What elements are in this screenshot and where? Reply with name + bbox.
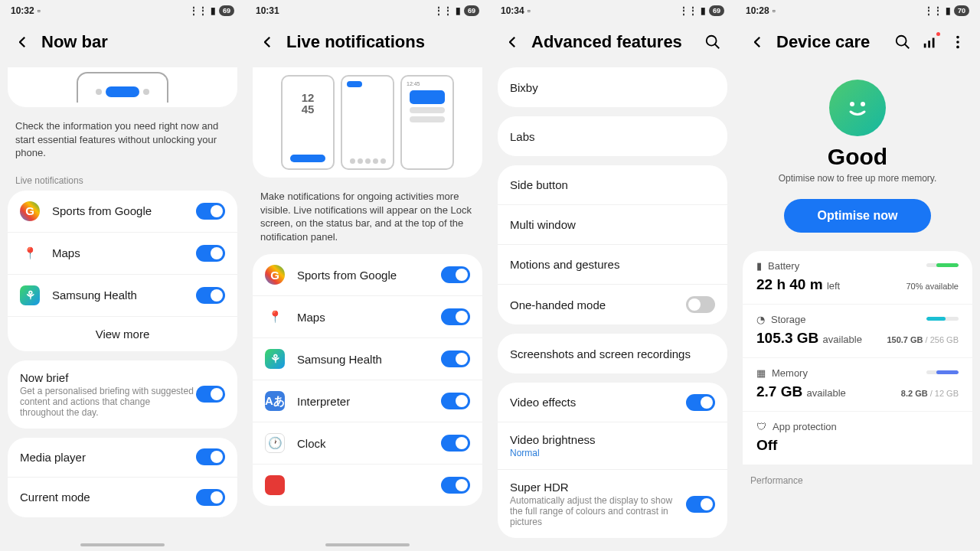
page-title: Now bar (41, 32, 231, 52)
svg-point-1 (897, 36, 906, 46)
list-item[interactable]: GSports from Google (8, 191, 237, 233)
stats-icon[interactable] (922, 34, 939, 51)
svg-rect-2 (924, 44, 926, 48)
list-item[interactable]: GSports from Google (253, 254, 482, 296)
list-item[interactable]: Side button (498, 165, 727, 205)
header: Now bar (0, 21, 245, 67)
interactions-card: Side button Multi window Motions and ges… (498, 165, 727, 324)
battery-pill: 69 (709, 5, 724, 16)
svg-rect-4 (933, 38, 935, 48)
storage-stat[interactable]: ◔Storage 105.3 GB available150.7 GB / 25… (743, 305, 972, 358)
signal-icon: ▮ (701, 5, 706, 16)
wifi-icon: ⋮⋮ (924, 5, 942, 16)
battery-stat[interactable]: ▮Battery 22 h 40 m left70% available (743, 251, 972, 305)
list-item[interactable] (253, 465, 482, 506)
list-item[interactable]: Current mode (8, 478, 237, 517)
description-text: Make notifications for ongoing activitie… (245, 184, 490, 254)
clock-icon: 🕐 (265, 433, 285, 453)
list-item[interactable]: AあInterpreter (253, 380, 482, 422)
view-more-button[interactable]: View more (8, 317, 237, 351)
stats-card: ▮Battery 22 h 40 m left70% available ◔St… (743, 251, 972, 465)
toggle-switch[interactable] (441, 266, 470, 283)
toggle-switch[interactable] (441, 393, 470, 409)
memory-icon: ▦ (756, 367, 766, 379)
phone-device-care: 10:28 ▫ ⋮⋮▮70 Device care Good Optimise … (735, 0, 980, 551)
device-status: Good Optimise now to free up more memory… (735, 67, 980, 251)
list-item[interactable]: ⚘Samsung Health (8, 275, 237, 317)
list-item[interactable]: Video brightnessNormal (498, 422, 727, 470)
page-title: Live notifications (286, 32, 476, 52)
status-time: 10:28 (746, 5, 769, 16)
list-item[interactable]: Video effects (498, 383, 727, 422)
list-item[interactable]: Multi window (498, 205, 727, 245)
status-time: 10:34 (501, 5, 524, 16)
svg-point-6 (956, 41, 959, 44)
section-header: Live notifications (0, 171, 245, 191)
notification-icon: ▫ (38, 5, 41, 16)
storage-icon: ◔ (756, 314, 765, 325)
toggle-switch[interactable] (196, 287, 225, 304)
list-item[interactable]: 📍Maps (253, 296, 482, 338)
back-button[interactable] (504, 34, 521, 51)
toggle-switch[interactable] (686, 496, 715, 513)
optimise-button[interactable]: Optimise now (784, 199, 932, 233)
back-button[interactable] (14, 34, 31, 51)
notifications-list-card: GSports from Google 📍Maps ⚘Samsung Healt… (253, 254, 482, 506)
list-item[interactable]: One-handed mode (498, 285, 727, 324)
list-item[interactable]: 📍Maps (8, 233, 237, 275)
list-item[interactable]: Super HDRAutomatically adjust the displa… (498, 470, 727, 538)
toggle-switch[interactable] (196, 448, 225, 465)
list-item[interactable]: Labs (498, 116, 727, 156)
video-card: Video effects Video brightnessNormal Sup… (498, 383, 727, 538)
page-title: Device care (776, 32, 884, 52)
toggle-switch[interactable] (196, 386, 225, 403)
toggle-switch[interactable] (686, 394, 715, 411)
screenshots-card: Screenshots and screen recordings (498, 334, 727, 373)
status-time: 10:32 (11, 5, 34, 16)
list-item[interactable]: 🕐Clock (253, 422, 482, 465)
list-item[interactable]: Bixby (498, 67, 727, 107)
battery-pill: 69 (219, 5, 234, 16)
google-icon: G (265, 265, 285, 285)
search-icon[interactable] (894, 34, 911, 51)
maps-icon: 📍 (265, 307, 285, 327)
toggle-switch[interactable] (441, 350, 470, 367)
wifi-icon: ⋮⋮ (679, 5, 697, 16)
phone-now-bar: 10:32 ▫ ⋮⋮▮69 Now bar Check the informat… (0, 0, 245, 551)
search-icon[interactable] (704, 34, 721, 51)
status-time: 10:31 (256, 5, 279, 16)
header: Live notifications (245, 21, 490, 67)
svg-point-7 (956, 46, 959, 49)
now-brief-item[interactable]: Now briefGet a personalised briefing wit… (8, 360, 237, 429)
status-bar: 10:32 ▫ ⋮⋮▮69 (0, 0, 245, 21)
toggle-switch[interactable] (441, 308, 470, 325)
toggle-switch[interactable] (196, 245, 225, 262)
back-button[interactable] (259, 34, 276, 51)
toggle-switch[interactable] (441, 477, 470, 494)
app-protection-stat[interactable]: 🛡App protection Off (743, 412, 972, 465)
list-item[interactable]: ⚘Samsung Health (253, 338, 482, 380)
status-bar: 10:34 ▫ ⋮⋮▮69 (490, 0, 735, 21)
signal-icon: ▮ (946, 5, 951, 16)
list-item[interactable]: Media player (8, 438, 237, 478)
svg-point-5 (956, 36, 959, 39)
labs-card: Labs (498, 116, 727, 156)
description-text: Check the information you need right now… (0, 113, 245, 171)
health-icon: ⚘ (265, 349, 285, 369)
svg-point-9 (861, 102, 865, 106)
list-item[interactable]: Motions and gestures (498, 245, 727, 285)
toggle-switch[interactable] (441, 435, 470, 452)
more-icon[interactable] (949, 34, 966, 51)
back-button[interactable] (749, 34, 766, 51)
toggle-switch[interactable] (686, 296, 715, 313)
now-brief-card: Now briefGet a personalised briefing wit… (8, 360, 237, 429)
wifi-icon: ⋮⋮ (434, 5, 452, 16)
toggle-switch[interactable] (196, 203, 225, 220)
toggle-switch[interactable] (196, 489, 225, 506)
phone-advanced-features: 10:34 ▫ ⋮⋮▮69 Advanced features Bixby La… (490, 0, 735, 551)
maps-icon: 📍 (20, 243, 40, 263)
memory-stat[interactable]: ▦Memory 2.7 GB available8.2 GB / 12 GB (743, 358, 972, 412)
svg-rect-3 (928, 41, 930, 47)
header: Device care (735, 21, 980, 67)
list-item[interactable]: Screenshots and screen recordings (498, 334, 727, 373)
